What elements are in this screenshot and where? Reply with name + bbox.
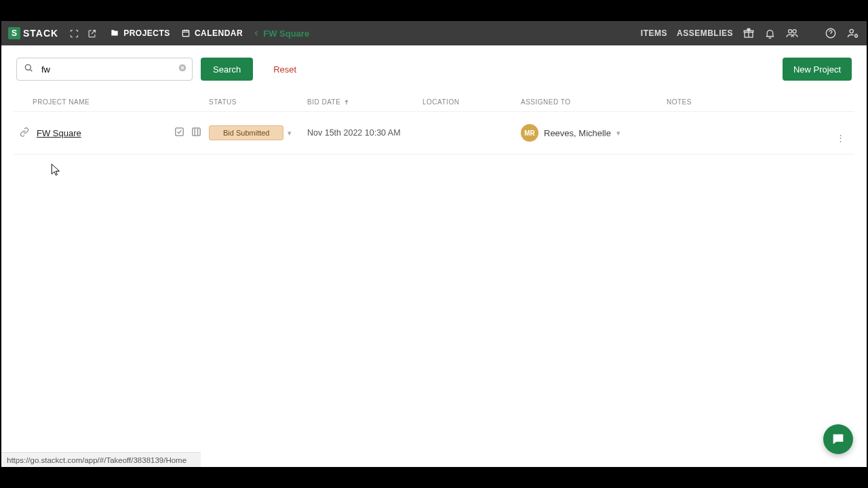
col-notes[interactable]: NOTES bbox=[667, 98, 849, 106]
help-icon[interactable] bbox=[825, 27, 837, 39]
cell-status: Bid Submitted ▾ bbox=[209, 125, 307, 140]
nav-items[interactable]: ITEMS bbox=[641, 28, 667, 38]
svg-point-3 bbox=[789, 30, 792, 33]
svg-point-4 bbox=[793, 30, 796, 33]
svg-rect-10 bbox=[176, 128, 183, 136]
cell-name: FW Square bbox=[19, 126, 209, 140]
search-icon bbox=[23, 62, 34, 76]
bell-icon[interactable] bbox=[764, 28, 776, 39]
people-icon[interactable] bbox=[785, 27, 799, 39]
gift-icon[interactable] bbox=[743, 27, 755, 39]
row-menu-icon[interactable]: ⋮ bbox=[836, 133, 845, 143]
nav-projects[interactable]: PROJECTS bbox=[104, 28, 176, 38]
svg-point-6 bbox=[850, 29, 853, 33]
search-button[interactable]: Search bbox=[201, 58, 253, 81]
status-badge: Bid Submitted bbox=[209, 125, 283, 140]
reset-button[interactable]: Reset bbox=[261, 58, 309, 81]
fullscreen-icon[interactable] bbox=[65, 28, 83, 39]
search-input[interactable] bbox=[16, 58, 193, 81]
cell-assigned: MR Reeves, Michelle ▾ bbox=[521, 124, 667, 142]
breadcrumb-project[interactable]: FW Square bbox=[248, 28, 313, 39]
nav-assemblies[interactable]: ASSEMBLIES bbox=[677, 28, 733, 38]
col-bid-label: BID DATE bbox=[307, 98, 340, 106]
estimate-icon[interactable] bbox=[191, 126, 202, 140]
assigned-dropdown-icon[interactable]: ▾ bbox=[616, 129, 620, 138]
table-header: PROJECT NAME STATUS BID DATE LOCATION AS… bbox=[14, 93, 854, 112]
brand-logo[interactable]: S STACK bbox=[8, 27, 58, 39]
user-settings-icon[interactable] bbox=[846, 27, 860, 39]
topbar-right: ITEMS ASSEMBLIES bbox=[641, 27, 860, 39]
breadcrumb-label: FW Square bbox=[263, 28, 309, 39]
table-row: FW Square Bid Submitted ▾ Nov 15th 2022 … bbox=[14, 112, 854, 155]
svg-rect-11 bbox=[193, 128, 200, 136]
projects-table: PROJECT NAME STATUS BID DATE LOCATION AS… bbox=[14, 93, 854, 155]
col-assigned[interactable]: ASSIGNED TO bbox=[521, 98, 667, 106]
sort-asc-icon bbox=[343, 99, 350, 106]
status-bar: https://go.stackct.com/app/#/Takeoff/383… bbox=[1, 452, 201, 467]
svg-point-8 bbox=[25, 64, 31, 70]
brand-text: STACK bbox=[23, 28, 58, 39]
svg-rect-0 bbox=[182, 30, 189, 37]
col-location[interactable]: LOCATION bbox=[422, 98, 521, 106]
app-window: S STACK PROJECTS CALENDAR FW Square ITEM… bbox=[1, 21, 867, 467]
chat-button[interactable] bbox=[823, 424, 853, 454]
cell-bid-date: Nov 15th 2022 10:30 AM bbox=[307, 128, 422, 138]
attachment-icon[interactable] bbox=[19, 127, 30, 140]
chat-icon bbox=[831, 432, 846, 447]
brand-mark-icon: S bbox=[8, 27, 20, 39]
assigned-name: Reeves, Michelle bbox=[544, 128, 611, 138]
external-link-icon[interactable] bbox=[83, 28, 100, 39]
top-navbar: S STACK PROJECTS CALENDAR FW Square ITEM… bbox=[1, 21, 867, 45]
clear-search-icon[interactable] bbox=[178, 63, 187, 75]
new-project-button[interactable]: New Project bbox=[783, 58, 852, 81]
status-url: https://go.stackct.com/app/#/Takeoff/383… bbox=[7, 456, 186, 464]
project-name-link[interactable]: FW Square bbox=[37, 128, 81, 138]
takeoff-icon[interactable] bbox=[174, 126, 185, 140]
col-bid-date[interactable]: BID DATE bbox=[307, 98, 422, 106]
avatar: MR bbox=[521, 124, 538, 142]
search-wrap bbox=[16, 58, 193, 81]
col-status[interactable]: STATUS bbox=[209, 98, 307, 106]
search-toolbar: Search Reset New Project bbox=[1, 45, 867, 87]
nav-projects-label: PROJECTS bbox=[123, 28, 170, 38]
col-project-name[interactable]: PROJECT NAME bbox=[19, 98, 209, 106]
nav-calendar-label: CALENDAR bbox=[195, 28, 243, 38]
status-dropdown-icon[interactable]: ▾ bbox=[288, 129, 292, 138]
nav-calendar[interactable]: CALENDAR bbox=[176, 28, 248, 38]
